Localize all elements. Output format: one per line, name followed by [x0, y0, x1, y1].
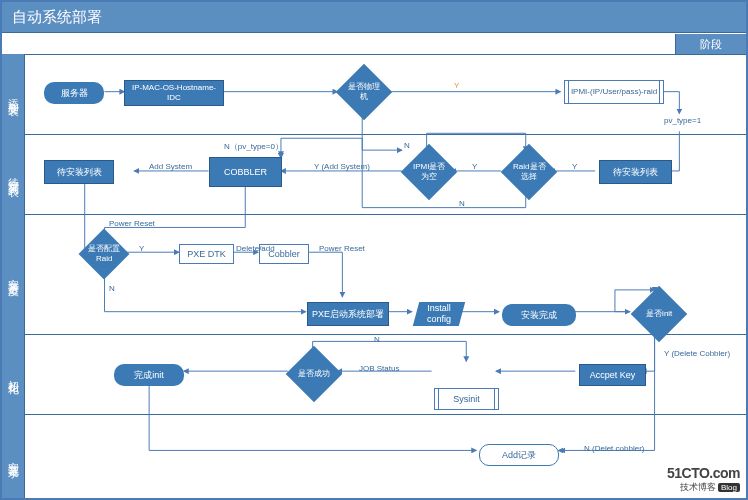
label: 是否成功 — [298, 369, 330, 379]
label: 是否物理机 — [346, 82, 382, 101]
diagram-title: 自动系统部署 — [2, 2, 746, 33]
node-pending-b: 待安装列表 — [599, 160, 672, 184]
node-is-init: 是否init — [631, 286, 688, 343]
watermark-sub: 技术博客Blog — [667, 481, 740, 494]
edge-n: N — [374, 335, 380, 344]
label: 是否init — [646, 309, 672, 319]
node-pxe-dtk: PXE DTK — [179, 244, 234, 264]
node-is-physical: 是否物理机 — [336, 64, 393, 121]
node-is-raid-cfg: 是否配置Raid — [79, 229, 130, 280]
label: 是否配置Raid — [88, 244, 120, 263]
edge-y: Y — [139, 244, 144, 253]
edge-n: N — [404, 141, 410, 150]
node-install-done: 安装完成 — [502, 304, 576, 326]
watermark: 51CTO.com 技术博客Blog — [667, 465, 740, 494]
node-pending-a: 待安装列表 — [44, 160, 114, 184]
node-raid-select: Raid是否选择 — [501, 144, 558, 201]
node-sysinit: Sysinit — [434, 388, 499, 410]
edge-addsys: Add System — [149, 162, 192, 171]
label: IPMI是否为空 — [411, 162, 447, 181]
lane-label-4: 初始化 — [2, 334, 25, 414]
canvas: 服务器 IP-MAC-OS-Hostname-IDC 是否物理机 IPMI-(I… — [24, 54, 746, 498]
edge-power-reset: Power Reset — [319, 244, 365, 253]
phase-header: 阶段 — [675, 34, 746, 55]
lane-label-3: 安装进度 — [2, 214, 25, 334]
edge-del-add: Delete/add — [236, 244, 275, 253]
node-pxe-deploy: PXE启动系统部署 — [307, 302, 389, 326]
node-finish-init: 完成init — [114, 364, 184, 386]
phase-top-gap — [2, 34, 676, 55]
node-ipmi-input: IPMI-(IP/User/pass)-raid — [564, 80, 664, 104]
label: Install config — [418, 303, 460, 325]
edge-y-del-cob: Y (Delete Cobbler) — [664, 349, 730, 358]
node-add-record: Add记录 — [479, 444, 559, 466]
edge-power-reset: Power Reset — [109, 219, 155, 228]
edge-pv0: N（pv_type=0） — [224, 141, 283, 152]
edge-y: Y — [572, 162, 577, 171]
node-is-success: 是否成功 — [286, 346, 343, 403]
watermark-site: 51CTO.com — [667, 465, 740, 481]
node-accept-key: Accpet Key — [579, 364, 646, 386]
edge-pv1: pv_type=1 — [664, 116, 701, 125]
edge-n-del-cob: N (Delet cobbler) — [584, 444, 644, 453]
edge-y-addsys: Y (Add System) — [314, 162, 370, 171]
flow-arrows — [24, 54, 746, 498]
edge-job-status: JOB Status — [359, 364, 399, 373]
edge-n: N — [109, 284, 115, 293]
node-install-config: Install config — [413, 302, 465, 326]
node-ipmac: IP-MAC-OS-Hostname-IDC — [124, 80, 224, 106]
lane-label-2: 待安装列表 — [2, 134, 25, 214]
edge-y: Y — [472, 162, 477, 171]
diagram-frame: 自动系统部署 阶段 添加安装 待安装列表 安装进度 初始化 安装记录 — [0, 0, 748, 500]
edge-y: Y — [454, 81, 459, 90]
lane-label-1: 添加安装 — [2, 54, 25, 134]
lane-label-5: 安装记录 — [2, 414, 25, 500]
node-ipmi-empty: IPMI是否为空 — [401, 144, 458, 201]
node-server: 服务器 — [44, 82, 104, 104]
edge-n: N — [459, 199, 465, 208]
label: Raid是否选择 — [511, 162, 547, 181]
node-cobbler: COBBLER — [209, 157, 282, 187]
